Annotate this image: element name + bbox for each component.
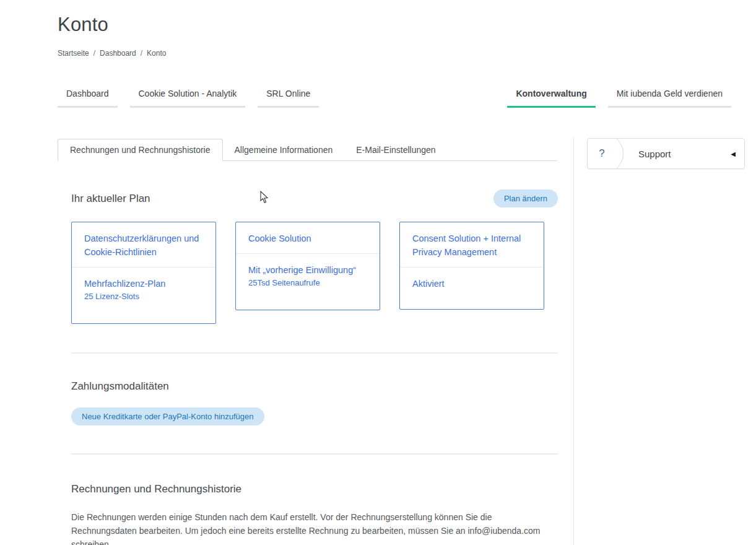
plan-card-detail: 25 Lizenz-Slots [84, 290, 211, 302]
payment-section-title: Zahlungsmodalitäten [71, 380, 558, 393]
main-content: Ihr aktueller Plan Plan ändern Datenschu… [71, 177, 558, 545]
main-tabs-left: Dashboard Cookie Solution - Analytik SRL… [58, 89, 319, 108]
plan-card-title: Datenschutzerklärungen und Cookie-Richtl… [72, 222, 215, 267]
plan-card-body: Mit „vorherige Einwilligung“ 25Tsd Seite… [236, 253, 380, 310]
plan-card-title: Cookie Solution [236, 222, 380, 253]
support-label: Support [638, 149, 671, 159]
plan-card-privacy-policies: Datenschutzerklärungen und Cookie-Richtl… [71, 222, 216, 324]
breadcrumb-dashboard[interactable]: Dashboard [100, 49, 136, 58]
change-plan-button[interactable]: Plan ändern [493, 190, 558, 207]
sub-tab-bar: Rechnungen und Rechnungshistorie Allgeme… [58, 139, 558, 161]
plan-cards: Datenschutzerklärungen und Cookie-Richtl… [71, 222, 558, 324]
subtab-allgemeine-informationen[interactable]: Allgemeine Informationen [223, 139, 345, 160]
subtab-email-einstellungen[interactable]: E-Mail-Einstellungen [344, 139, 447, 160]
content-vertical-divider [573, 137, 574, 545]
breadcrumb: Startseite/Dashboard/Konto [58, 49, 166, 58]
plan-card-subtitle: Aktiviert [412, 277, 539, 290]
breadcrumb-separator: / [141, 49, 142, 58]
breadcrumb-startseite[interactable]: Startseite [58, 49, 89, 58]
breadcrumb-konto[interactable]: Konto [147, 49, 166, 58]
help-question-icon: ? [588, 147, 616, 160]
tab-mit-iubenda-geld-verdienen[interactable]: Mit iubenda Geld verdienen [608, 89, 731, 108]
section-divider [71, 352, 558, 354]
invoices-description: Die Rechnungen werden einige Stunden nac… [71, 510, 558, 545]
plan-section-header: Ihr aktueller Plan Plan ändern [71, 190, 558, 207]
section-divider [71, 453, 558, 455]
subtab-rechnungen[interactable]: Rechnungen und Rechnungshistorie [58, 139, 223, 161]
collapse-left-icon[interactable]: ◀ [731, 150, 736, 157]
plan-section-title: Ihr aktueller Plan [71, 193, 150, 205]
plan-card-consent-solution: Consent Solution + Internal Privacy Mana… [399, 222, 544, 310]
account-page: Konto Startseite/Dashboard/Konto Dashboa… [0, 0, 756, 545]
plan-card-detail: 25Tsd Seitenaufrufe [248, 277, 375, 289]
support-widget[interactable]: ? Support ◀ [587, 138, 745, 169]
main-tab-bar: Dashboard Cookie Solution - Analytik SRL… [58, 89, 731, 108]
plan-card-body: Aktiviert [400, 267, 544, 309]
main-tabs-right: Kontoverwaltung Mit iubenda Geld verdien… [507, 89, 731, 108]
tab-dashboard[interactable]: Dashboard [58, 89, 118, 108]
add-payment-method-button[interactable]: Neue Kreditkarte oder PayPal-Konto hinzu… [71, 408, 264, 425]
tab-srl-online[interactable]: SRL Online [258, 89, 319, 108]
page-title: Konto [58, 14, 108, 36]
tab-kontoverwaltung[interactable]: Kontoverwaltung [507, 89, 595, 108]
plan-card-title: Consent Solution + Internal Privacy Mana… [400, 222, 544, 267]
plan-card-subtitle: Mehrfachlizenz-Plan [84, 277, 211, 290]
invoices-paragraph-1: Die Rechnungen werden einige Stunden nac… [71, 510, 558, 545]
plan-card-subtitle: Mit „vorherige Einwilligung“ [248, 263, 375, 277]
support-arc-divider [616, 139, 628, 168]
plan-card-cookie-solution: Cookie Solution Mit „vorherige Einwillig… [235, 222, 380, 310]
plan-card-body: Mehrfachlizenz-Plan 25 Lizenz-Slots [72, 267, 215, 323]
tab-cookie-solution-analytik[interactable]: Cookie Solution - Analytik [130, 89, 246, 108]
invoices-section-title: Rechnungen und Rechnungshistorie [71, 483, 558, 495]
breadcrumb-separator: / [93, 49, 95, 58]
